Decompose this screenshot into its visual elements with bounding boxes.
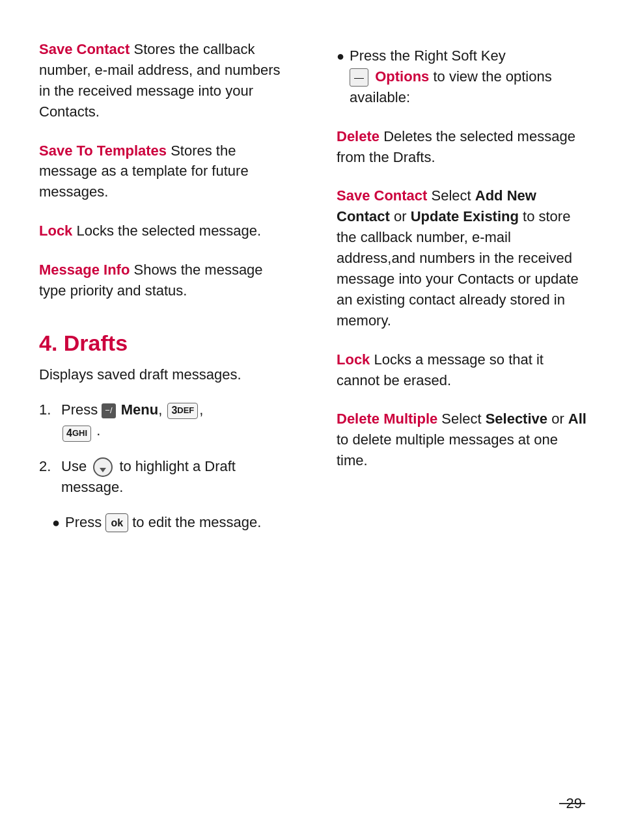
options-label: Options: [375, 68, 429, 85]
entry-save-to-templates: Save To Templates Stores the message as …: [39, 141, 291, 203]
term-right-save-contact: Save Contact: [337, 187, 427, 204]
bullet-ok-content: Press ok to edit the message.: [65, 512, 291, 533]
term-save-to-templates: Save To Templates: [39, 142, 167, 159]
ok-button-icon: ok: [105, 513, 128, 532]
desc-right-save-contact-2: to store the callback number, e-mail add…: [337, 208, 579, 328]
term-delete: Delete: [337, 128, 380, 144]
step-1: 1. Press −/ Menu, 3DEF, 4GHI .: [39, 400, 291, 441]
term-lock: Lock: [39, 223, 72, 239]
section-drafts: 4. Drafts Displays saved draft messages.: [39, 327, 291, 385]
right-entry-delete-multiple: Delete Multiple Select Selective or All …: [337, 409, 588, 471]
entry-message-info: Message Info Shows the message type prio…: [39, 260, 291, 301]
term-right-lock: Lock: [337, 351, 370, 368]
rsk-text-before: Press the Right Soft Key: [350, 47, 506, 64]
step-2-num: 2.: [39, 456, 57, 477]
term-message-info: Message Info: [39, 262, 130, 278]
menu-icon: −/: [102, 403, 115, 418]
bullet-ok: ● Press ok to edit the message.: [52, 512, 291, 533]
left-column: Save Contact Stores the callback number,…: [39, 39, 304, 533]
bullet-dot-2: ●: [337, 47, 344, 66]
desc-right-save-contact-1: Select: [427, 187, 475, 204]
term-delete-multiple: Delete Multiple: [337, 411, 437, 427]
desc-lock: Locks the selected message.: [72, 223, 261, 239]
right-entry-delete: Delete Deletes the selected message from…: [337, 126, 588, 168]
bold-selective: Selective: [486, 411, 547, 427]
step-2-use-text: Use: [61, 458, 90, 474]
menu-label: Menu: [121, 401, 158, 418]
bullet-right-soft-key: ● Press the Right Soft Key — Options to …: [337, 46, 588, 108]
right-save-contact-mid: or: [390, 208, 411, 224]
desc-delete-multiple-1: Select: [437, 411, 485, 427]
step-1-dot: .: [96, 422, 100, 439]
right-column: ● Press the Right Soft Key — Options to …: [330, 39, 588, 533]
bullet-dot: ●: [52, 513, 60, 532]
bold-all: All: [568, 411, 586, 427]
bullet-press-text: Press: [65, 514, 105, 530]
delete-multiple-mid: or: [547, 411, 568, 427]
step-2: 2. Use to highlight a Draft message.: [39, 456, 291, 498]
right-entry-lock: Lock Locks a message so that it cannot b…: [337, 349, 588, 391]
key-3-def: 3DEF: [167, 403, 198, 419]
page-content: Save Contact Stores the callback number,…: [0, 0, 621, 572]
step-2-content: Use to highlight a Draft message.: [61, 456, 291, 498]
step-1-press-text: Press: [61, 401, 102, 418]
entry-save-contact: Save Contact Stores the callback number,…: [39, 39, 291, 122]
section-subtitle: Displays saved draft messages.: [39, 364, 291, 385]
term-save-contact: Save Contact: [39, 41, 130, 57]
step-1-num: 1.: [39, 400, 57, 420]
right-entry-save-contact: Save Contact Select Add New Contact or U…: [337, 185, 588, 331]
page-number: 29: [566, 793, 582, 814]
bullet-edit-text: to edit the message.: [132, 514, 261, 530]
bold-update-existing: Update Existing: [411, 208, 519, 224]
section-title: 4. Drafts: [39, 327, 291, 359]
step-1-content: Press −/ Menu, 3DEF, 4GHI .: [61, 400, 291, 441]
desc-delete-multiple-2: to delete multiple messages at one time.: [337, 431, 558, 468]
bullet-rsk-content: Press the Right Soft Key — Options to vi…: [350, 46, 588, 108]
key-4-ghi: 4GHI: [62, 426, 91, 442]
entry-lock: Lock Locks the selected message.: [39, 221, 291, 241]
